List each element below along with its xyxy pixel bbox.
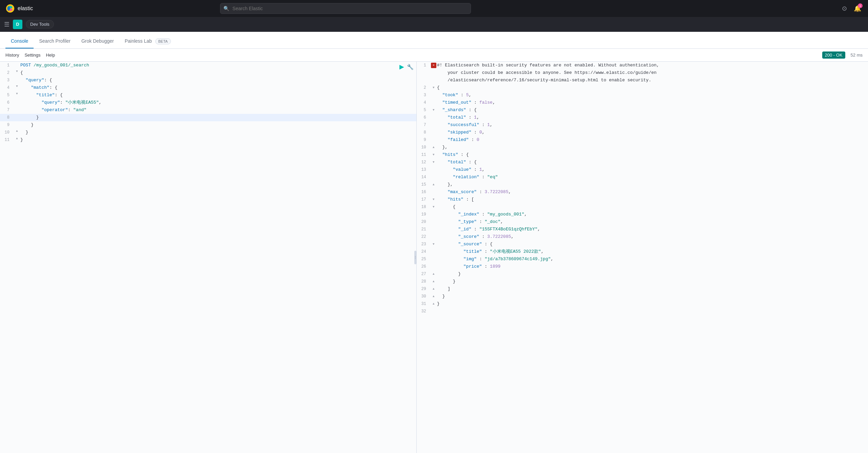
response-warning-cont1: your cluster could be accessible to anyo… bbox=[417, 69, 868, 77]
search-icon: 🔍 bbox=[223, 6, 229, 11]
response-content: 1 ✕ #! Elasticsearch built-in security f… bbox=[417, 62, 868, 453]
editor-line-6: 6 "query": "小米电视EA55", bbox=[0, 99, 416, 106]
tabs-bar: Console Search Profiler Grok Debugger Pa… bbox=[0, 32, 868, 49]
svg-point-3 bbox=[7, 6, 10, 11]
resp-line-16: 16 "max_score" : 3.7222085, bbox=[417, 188, 868, 196]
resp-line-10: 10 ▲ }, bbox=[417, 144, 868, 151]
response-time: 52 ms bbox=[851, 53, 863, 58]
avatar: D bbox=[13, 20, 22, 29]
search-input[interactable] bbox=[220, 3, 471, 14]
resp-line-23: 23 ▼ "_source" : { bbox=[417, 241, 868, 248]
resp-line-7: 7 "successful" : 1, bbox=[417, 121, 868, 129]
resp-line-32: 32 bbox=[417, 308, 868, 315]
resp-line-6: 6 "total" : 1, bbox=[417, 114, 868, 121]
editor-line-10: 10 ▲ } bbox=[0, 129, 416, 136]
editor-line-3: 3 "query": { bbox=[0, 77, 416, 84]
resp-line-24: 24 "title" : "小米电视EA55 2022款", bbox=[417, 248, 868, 255]
beta-badge: BETA bbox=[155, 38, 171, 44]
elastic-logo-icon bbox=[5, 4, 15, 13]
status-badge: 200 - OK bbox=[822, 52, 845, 59]
resp-line-3: 3 "took" : 5, bbox=[417, 91, 868, 99]
editor-actions: ▶ 🔧 bbox=[399, 63, 414, 70]
resp-line-27: 27 ▲ } bbox=[417, 270, 868, 278]
tab-painless-lab[interactable]: Painless Lab BETA bbox=[119, 34, 176, 48]
resp-line-2: 2 ▼ { bbox=[417, 84, 868, 91]
hamburger-menu-button[interactable]: ☰ bbox=[4, 21, 9, 28]
breadcrumb-bar: ☰ D Dev Tools bbox=[0, 17, 868, 32]
elastic-wordmark: elastic bbox=[18, 5, 33, 12]
resp-line-28: 28 ▲ } bbox=[417, 278, 868, 285]
resp-line-12: 12 ▼ "total" : { bbox=[417, 159, 868, 166]
resp-line-19: 19 "_index" : "my_goods_001", bbox=[417, 211, 868, 218]
resp-line-17: 17 ▼ "hits" : [ bbox=[417, 196, 868, 203]
resp-line-13: 13 "value" : 1, bbox=[417, 166, 868, 173]
console-toolbar: History Settings Help 200 - OK 52 ms bbox=[0, 49, 868, 62]
resp-line-21: 21 "_id" : "15SFTX4BoEG1qzQhfEbY", bbox=[417, 226, 868, 233]
resp-line-15: 15 ▲ }, bbox=[417, 181, 868, 188]
response-pane: 1 ✕ #! Elasticsearch built-in security f… bbox=[417, 62, 868, 453]
notification-icon-button[interactable]: 🔔 1 bbox=[852, 3, 863, 14]
warning-icon: ✕ bbox=[431, 63, 436, 68]
tab-console[interactable]: Console bbox=[5, 34, 34, 48]
resp-line-31: 31 ▲ } bbox=[417, 300, 868, 308]
editor-line-5: 5 ▼ "title": { bbox=[0, 91, 416, 99]
resp-line-22: 22 "_score" : 3.7222085, bbox=[417, 233, 868, 241]
history-button[interactable]: History bbox=[5, 53, 19, 58]
run-button[interactable]: ▶ bbox=[399, 63, 404, 70]
help-button[interactable]: Help bbox=[46, 53, 55, 58]
resp-line-8: 8 "skipped" : 0, bbox=[417, 129, 868, 136]
tab-search-profiler[interactable]: Search Profiler bbox=[34, 34, 76, 48]
global-search-bar[interactable]: 🔍 bbox=[220, 3, 471, 14]
resp-line-4: 4 "timed_out" : false, bbox=[417, 99, 868, 106]
main-content: 1 POST /my_goods_001/_search 2 ▼ { 3 "qu… bbox=[0, 62, 868, 453]
monitor-icon-button[interactable]: ⊙ bbox=[841, 3, 848, 14]
resp-line-25: 25 "img" : "jd/a7b378609674c149.jpg", bbox=[417, 255, 868, 263]
resp-line-11: 11 ▼ "hits" : { bbox=[417, 151, 868, 159]
editor-line-9: 9 } bbox=[0, 121, 416, 129]
resp-line-30: 30 ▲ } bbox=[417, 293, 868, 300]
response-warning: 1 ✕ #! Elasticsearch built-in security f… bbox=[417, 62, 868, 69]
editor-line-8: 8 } bbox=[0, 114, 416, 121]
editor-line-7: 7 "operator": "and" bbox=[0, 106, 416, 114]
resp-line-29: 29 ▲ ] bbox=[417, 285, 868, 293]
resp-line-20: 20 "_type" : "_doc", bbox=[417, 218, 868, 226]
editor-pane[interactable]: 1 POST /my_goods_001/_search 2 ▼ { 3 "qu… bbox=[0, 62, 417, 453]
editor-line-4: 4 ▼ "match": { bbox=[0, 84, 416, 91]
nav-icon-group: ⊙ 🔔 1 bbox=[841, 3, 863, 14]
wrench-button[interactable]: 🔧 bbox=[407, 63, 414, 70]
editor-line-2: 2 ▼ { bbox=[0, 69, 416, 77]
resp-line-26: 26 "price" : 1899 bbox=[417, 263, 868, 270]
notification-badge: 1 bbox=[858, 3, 863, 8]
top-navigation: elastic 🔍 ⊙ 🔔 1 bbox=[0, 0, 868, 17]
editor-content[interactable]: 1 POST /my_goods_001/_search 2 ▼ { 3 "qu… bbox=[0, 62, 416, 453]
tab-grok-debugger[interactable]: Grok Debugger bbox=[76, 34, 119, 48]
response-warning-cont2: /elasticsearch/reference/7.16/security-m… bbox=[417, 77, 868, 84]
elastic-logo[interactable]: elastic bbox=[5, 4, 33, 13]
pane-resize-handle[interactable]: ⋮ bbox=[414, 251, 416, 264]
resp-line-18: 18 ▼ { bbox=[417, 203, 868, 211]
settings-button[interactable]: Settings bbox=[24, 53, 40, 58]
resp-line-9: 9 "failed" : 0 bbox=[417, 136, 868, 144]
devtools-breadcrumb[interactable]: Dev Tools bbox=[26, 20, 54, 28]
resp-line-14: 14 "relation" : "eq" bbox=[417, 173, 868, 181]
editor-line-11: 11 ▲ } bbox=[0, 136, 416, 144]
editor-line-1: 1 POST /my_goods_001/_search bbox=[0, 62, 416, 69]
resp-line-5: 5 ▼ "_shards" : { bbox=[417, 106, 868, 114]
